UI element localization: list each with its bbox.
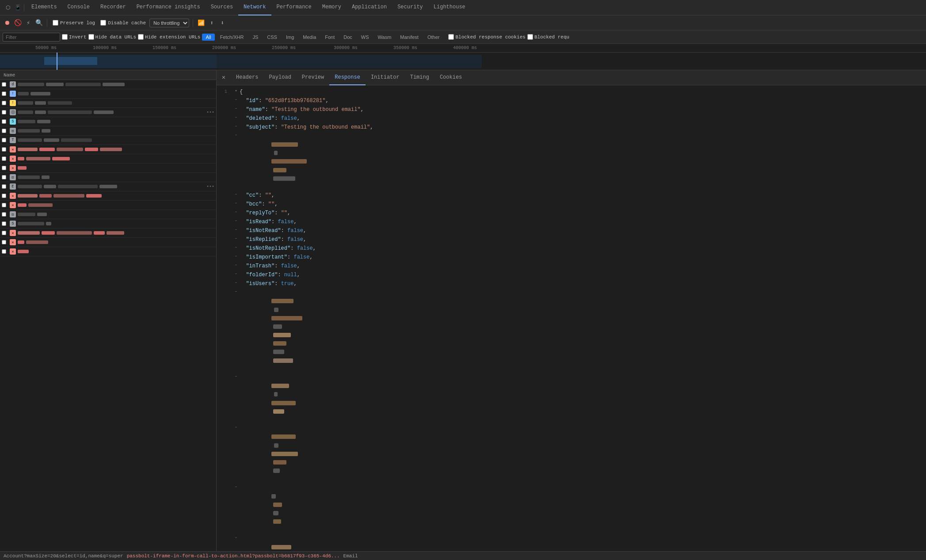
- tab-cookies[interactable]: Cookies: [434, 70, 467, 85]
- network-row-error[interactable]: ✕: [0, 229, 216, 238]
- line-toggle[interactable]: −: [232, 253, 240, 259]
- line-toggle[interactable]: −: [232, 200, 240, 206]
- record-button[interactable]: ⏺: [3, 19, 11, 27]
- row-checkbox[interactable]: [2, 193, 8, 199]
- row-checkbox[interactable]: [2, 239, 8, 245]
- row-checkbox[interactable]: [2, 211, 8, 217]
- search-button[interactable]: 🔍: [34, 19, 43, 27]
- line-toggle[interactable]: −: [232, 424, 240, 430]
- inspect-icon[interactable]: ⬡: [4, 4, 11, 11]
- line-toggle[interactable]: −: [232, 191, 240, 198]
- row-checkbox[interactable]: [2, 248, 8, 255]
- filter-type-ws[interactable]: WS: [358, 34, 373, 41]
- filter-type-doc[interactable]: Doc: [340, 34, 356, 41]
- filter-type-fetch-xhr[interactable]: Fetch/XHR: [217, 34, 248, 41]
- line-toggle[interactable]: −: [232, 244, 240, 251]
- row-checkbox[interactable]: [2, 183, 8, 190]
- network-row[interactable]: ⓪ •••: [0, 108, 216, 117]
- network-row[interactable]: !: [0, 99, 216, 108]
- tab-sources[interactable]: Sources: [206, 0, 238, 15]
- tab-preview[interactable]: Preview: [297, 70, 329, 85]
- line-toggle[interactable]: −: [232, 289, 240, 295]
- timeline[interactable]: 50000 ms 100000 ms 150000 ms 200000 ms 2…: [0, 44, 926, 70]
- row-checkbox[interactable]: [2, 100, 8, 106]
- filter-type-all[interactable]: All: [202, 34, 214, 41]
- line-toggle[interactable]: −: [232, 218, 240, 224]
- hide-extension-urls-checkbox[interactable]: Hide extension URLs: [138, 34, 200, 40]
- invert-checkbox[interactable]: Invert: [62, 34, 87, 40]
- close-panel-button[interactable]: ×: [219, 73, 228, 82]
- network-row[interactable]: T: [0, 136, 216, 145]
- hide-data-urls-input[interactable]: [88, 34, 94, 40]
- tab-elements[interactable]: Elements: [26, 0, 62, 15]
- line-toggle[interactable]: −: [232, 535, 240, 541]
- tab-headers[interactable]: Headers: [231, 70, 263, 85]
- hide-data-urls-checkbox[interactable]: Hide data URLs: [88, 34, 136, 40]
- line-toggle[interactable]: −: [232, 271, 240, 277]
- network-row[interactable]: d: [0, 80, 216, 89]
- tab-timing[interactable]: Timing: [405, 70, 434, 85]
- row-more-icon[interactable]: •••: [206, 184, 214, 189]
- blocked-requests-input[interactable]: [527, 34, 533, 40]
- line-toggle[interactable]: −: [232, 209, 240, 215]
- clear-button[interactable]: 🚫: [13, 19, 22, 27]
- json-viewer[interactable]: 1 ▾ { − "id": "652d8f13bb9768281", − "na…: [217, 85, 926, 551]
- row-more-icon[interactable]: •••: [206, 110, 214, 115]
- row-checkbox[interactable]: [2, 230, 8, 236]
- row-checkbox[interactable]: [2, 165, 8, 171]
- tab-initiator[interactable]: Initiator: [366, 70, 405, 85]
- preserve-log-input[interactable]: [53, 20, 58, 26]
- hide-extension-urls-input[interactable]: [138, 34, 144, 40]
- filter-type-font[interactable]: Font: [321, 34, 338, 41]
- line-toggle[interactable]: −: [232, 132, 240, 138]
- tab-network[interactable]: Network: [238, 0, 271, 15]
- line-toggle[interactable]: −: [232, 484, 240, 490]
- status-url1[interactable]: Account?maxSize=20&select=id,name&q=supe…: [4, 553, 123, 559]
- row-checkbox[interactable]: [2, 109, 8, 115]
- row-checkbox[interactable]: [2, 221, 8, 227]
- network-row[interactable]: !: [0, 89, 216, 99]
- line-toggle[interactable]: −: [232, 106, 240, 112]
- filter-button[interactable]: ⚡: [24, 19, 33, 27]
- row-checkbox[interactable]: [2, 128, 8, 134]
- network-row[interactable]: ⊡: [0, 210, 216, 219]
- tab-recorder[interactable]: Recorder: [95, 0, 131, 15]
- tab-memory[interactable]: Memory: [317, 0, 347, 15]
- network-row[interactable]: E •••: [0, 182, 216, 191]
- disable-cache-checkbox[interactable]: Disable cache: [99, 20, 148, 26]
- network-row-error[interactable]: ✕: [0, 247, 216, 256]
- line-toggle[interactable]: −: [232, 236, 240, 242]
- filter-type-css[interactable]: CSS: [263, 34, 281, 41]
- blocked-cookies-checkbox[interactable]: Blocked response cookies: [448, 34, 525, 40]
- network-row-error[interactable]: ✕: [0, 201, 216, 210]
- tab-console[interactable]: Console: [62, 0, 95, 15]
- throttle-select[interactable]: No throttling: [149, 19, 189, 27]
- network-row-error[interactable]: ✕: [0, 154, 216, 164]
- upload-icon[interactable]: ⬆: [207, 19, 216, 27]
- line-toggle[interactable]: −: [232, 227, 240, 233]
- line-toggle[interactable]: −: [232, 97, 240, 103]
- line-toggle[interactable]: −: [232, 373, 240, 380]
- download-icon[interactable]: ⬇: [218, 19, 227, 27]
- disable-cache-input[interactable]: [100, 20, 106, 26]
- line-toggle[interactable]: ▾: [232, 88, 240, 94]
- row-checkbox[interactable]: [2, 174, 8, 180]
- line-toggle[interactable]: −: [232, 123, 240, 130]
- tab-application[interactable]: Application: [347, 0, 392, 15]
- status-url2[interactable]: passbolt-iframe-in-form-call-to-action.h…: [127, 553, 340, 559]
- filter-input[interactable]: [3, 33, 60, 42]
- filter-type-js[interactable]: JS: [249, 34, 262, 41]
- row-checkbox[interactable]: [2, 137, 8, 143]
- tab-payload[interactable]: Payload: [263, 70, 296, 85]
- filter-type-manifest[interactable]: Manifest: [396, 34, 422, 41]
- line-toggle[interactable]: −: [232, 114, 240, 121]
- network-row[interactable]: ⊡: [0, 126, 216, 136]
- network-row[interactable]: ⊡: [0, 173, 216, 182]
- network-row[interactable]: S: [0, 117, 216, 126]
- filter-type-wasm[interactable]: Wasm: [374, 34, 395, 41]
- row-checkbox[interactable]: [2, 91, 8, 97]
- filter-type-media[interactable]: Media: [299, 34, 320, 41]
- row-checkbox[interactable]: [2, 118, 8, 125]
- line-toggle[interactable]: −: [232, 280, 240, 286]
- filter-type-img[interactable]: Img: [282, 34, 297, 41]
